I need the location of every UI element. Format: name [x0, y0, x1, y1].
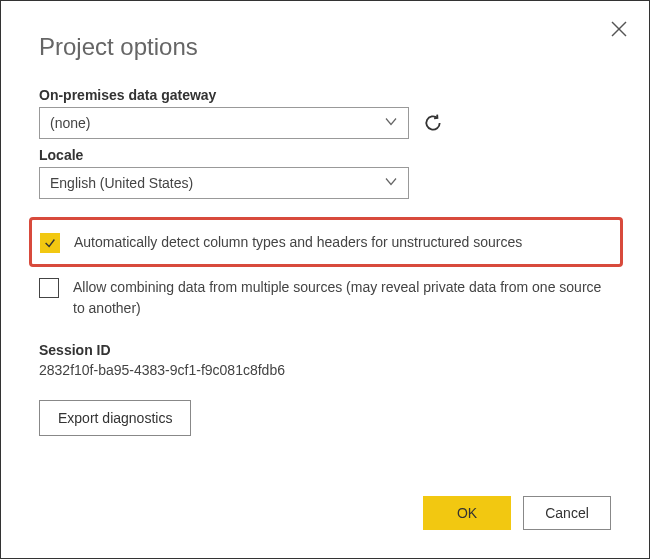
ok-button[interactable]: OK — [423, 496, 511, 530]
highlight-autodetect: Automatically detect column types and he… — [29, 217, 623, 267]
gateway-select[interactable]: (none) — [39, 107, 409, 139]
gateway-refresh-button[interactable] — [423, 113, 443, 133]
checkmark-icon — [43, 236, 57, 250]
project-options-dialog: Project options On-premises data gateway… — [5, 5, 645, 554]
cancel-button[interactable]: Cancel — [523, 496, 611, 530]
autodetect-label: Automatically detect column types and he… — [74, 232, 612, 252]
gateway-select-value: (none) — [50, 115, 90, 131]
combine-sources-label: Allow combining data from multiple sourc… — [73, 277, 611, 318]
export-diagnostics-label: Export diagnostics — [58, 410, 172, 426]
locale-select-value: English (United States) — [50, 175, 193, 191]
export-diagnostics-button[interactable]: Export diagnostics — [39, 400, 191, 436]
close-button[interactable] — [611, 21, 627, 40]
locale-select[interactable]: English (United States) — [39, 167, 409, 199]
close-icon — [611, 21, 627, 37]
locale-label: Locale — [39, 147, 611, 163]
cancel-button-label: Cancel — [545, 505, 589, 521]
autodetect-checkbox[interactable] — [40, 233, 60, 253]
session-id-label: Session ID — [39, 342, 611, 358]
ok-button-label: OK — [457, 505, 477, 521]
refresh-icon — [423, 113, 443, 133]
gateway-label: On-premises data gateway — [39, 87, 611, 103]
chevron-down-icon — [384, 115, 398, 132]
dialog-title: Project options — [39, 33, 611, 61]
dialog-frame: Project options On-premises data gateway… — [0, 0, 650, 559]
chevron-down-icon — [384, 175, 398, 192]
combine-sources-checkbox[interactable] — [39, 278, 59, 298]
session-id-value: 2832f10f-ba95-4383-9cf1-f9c081c8fdb6 — [39, 362, 611, 378]
